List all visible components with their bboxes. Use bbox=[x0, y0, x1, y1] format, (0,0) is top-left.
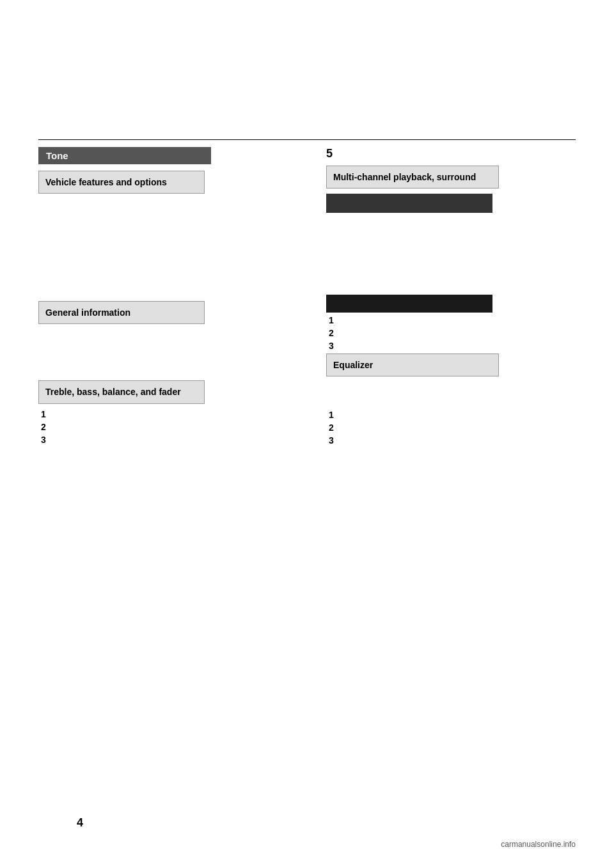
vehicle-features-box: Vehicle features and options bbox=[38, 171, 205, 194]
page-number: 4 bbox=[77, 816, 83, 830]
right-column: 5 Multi-channel playback, surround 1 2 3… bbox=[326, 147, 576, 448]
dark-bar-2 bbox=[326, 295, 492, 313]
left-column: Tone Vehicle features and options Genera… bbox=[38, 147, 307, 447]
right-item-1b: 1 bbox=[326, 410, 576, 420]
right-item-2b: 2 bbox=[326, 422, 576, 433]
right-item-2a: 2 bbox=[326, 328, 576, 338]
treble-item-2: 2 bbox=[38, 422, 307, 432]
watermark: carmanualsonline.info bbox=[501, 840, 576, 849]
treble-item-3: 3 bbox=[38, 435, 307, 445]
tone-header: Tone bbox=[38, 147, 211, 164]
page-container: Tone Vehicle features and options Genera… bbox=[0, 0, 614, 868]
multi-channel-box: Multi-channel playback, surround bbox=[326, 166, 499, 189]
equalizer-box: Equalizer bbox=[326, 353, 499, 376]
treble-bass-box: Treble, bass, balance, and fader bbox=[38, 380, 205, 403]
treble-item-1: 1 bbox=[38, 409, 307, 419]
top-divider bbox=[38, 139, 576, 140]
right-item-1a: 1 bbox=[326, 315, 576, 325]
dark-bar-1 bbox=[326, 194, 492, 213]
section-number: 5 bbox=[326, 147, 576, 160]
general-info-box: General information bbox=[38, 301, 205, 324]
right-item-3b: 3 bbox=[326, 435, 576, 446]
right-item-3a: 3 bbox=[326, 341, 576, 351]
